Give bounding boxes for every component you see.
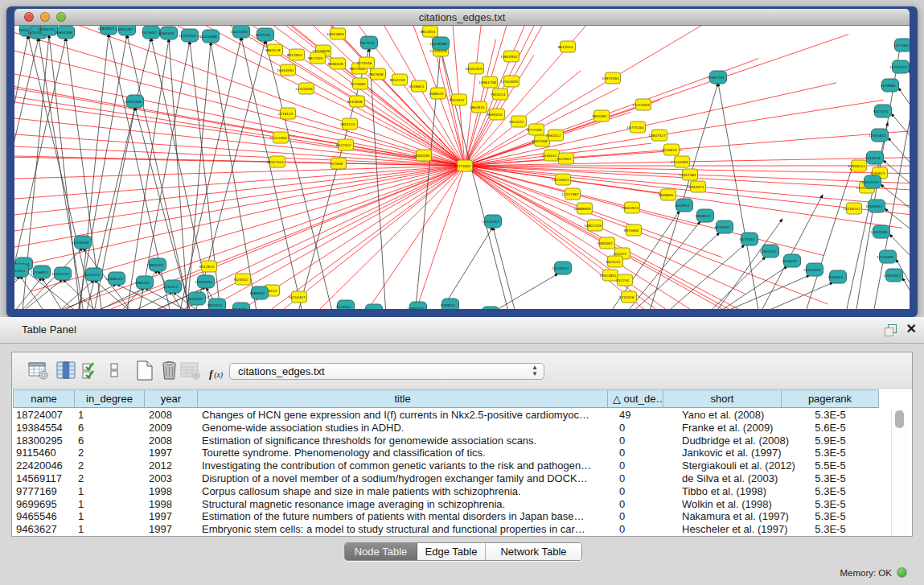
table-row[interactable]: 977716911998Corpus callosum shape and si…: [12, 485, 910, 498]
graph-edge-red[interactable]: [465, 35, 848, 166]
graph-node-label: 19055721: [38, 27, 55, 31]
graph-edge-red[interactable]: [465, 166, 824, 256]
graph-node-label: 1024502: [232, 307, 247, 309]
import-table-icon[interactable]: [179, 360, 201, 381]
table-row[interactable]: 1456911722003Disruption of a novel membe…: [12, 472, 910, 485]
graph-edge-black[interactable]: [847, 122, 888, 309]
column-header-year[interactable]: year: [145, 389, 198, 408]
graph-edge-red[interactable]: [14, 94, 465, 166]
table-row[interactable]: 946362711997Embryonic stem cells: a mode…: [12, 523, 910, 536]
graph-edge-black[interactable]: [891, 113, 910, 167]
graph-edge-red[interactable]: [417, 166, 465, 309]
graph-node-label: 1733426: [619, 295, 634, 299]
vertical-scrollbar[interactable]: [891, 409, 908, 536]
graph-edge-red[interactable]: [14, 166, 465, 199]
graph-edge-black[interactable]: [14, 248, 83, 309]
graph-edge-red[interactable]: [14, 74, 465, 166]
graph-edge-red[interactable]: [14, 166, 465, 267]
column-header-name[interactable]: name: [13, 389, 75, 408]
table-row[interactable]: 946554611997Estimation of the future num…: [12, 510, 910, 523]
graph-node-label: 8086402: [250, 291, 265, 295]
scrollbar-thumb[interactable]: [895, 410, 904, 428]
tab-node-table[interactable]: Node Table: [345, 543, 417, 560]
graph-edge-red[interactable]: [14, 166, 465, 247]
cell-5: Nakamura et al. (1997): [663, 510, 782, 523]
column-header-short[interactable]: short: [663, 389, 782, 408]
graph-node-label: 10240502: [195, 280, 212, 284]
graph-edge-black[interactable]: [265, 40, 333, 309]
graph-edge-red[interactable]: [368, 166, 465, 309]
column-header-title[interactable]: title: [198, 389, 608, 408]
graph-edge-red[interactable]: [465, 26, 483, 166]
graph-edge-black[interactable]: [241, 37, 303, 309]
graph-node-label: 9484067: [598, 241, 613, 245]
graph-edge-red[interactable]: [465, 166, 828, 304]
graph-edge-black[interactable]: [712, 275, 810, 309]
graph-edge-red[interactable]: [14, 166, 465, 215]
graph-edge-red[interactable]: [465, 166, 684, 309]
graph-edge-red[interactable]: [137, 26, 465, 166]
graph-edge-black[interactable]: [909, 69, 910, 129]
graph-node-label: 10595822: [865, 204, 883, 208]
table-settings-icon[interactable]: [27, 360, 49, 381]
cell-4: 0: [608, 472, 663, 485]
graph-edge-red[interactable]: [14, 166, 465, 179]
graph-edge-black[interactable]: [898, 88, 910, 144]
column-header-out_de[interactable]: △ out_de…: [608, 389, 663, 408]
tab-edge-table[interactable]: Edge Table: [417, 543, 486, 560]
graph-node-label: 8813054: [421, 30, 436, 34]
cell-2: 1997: [145, 510, 198, 523]
graph-edge-red[interactable]: [207, 166, 465, 309]
graph-node-label: 16221004: [230, 30, 248, 34]
graph-edge-red[interactable]: [14, 27, 465, 166]
graph-edge-red[interactable]: [320, 166, 465, 309]
graph-node-label: 9133441: [336, 305, 351, 309]
graph-node-label: 2718120: [278, 112, 294, 116]
table-column-icon[interactable]: [55, 360, 77, 381]
table-row[interactable]: 1938455462009Genome-wide association stu…: [12, 422, 910, 435]
table-row[interactable]: 911546021997Tourette syndrome. Phenomeno…: [12, 447, 910, 459]
float-panel-icon[interactable]: [885, 324, 897, 336]
graph-node-label: 1117364: [893, 43, 909, 47]
graph-edge-red[interactable]: [14, 89, 465, 166]
select-columns-icon[interactable]: [80, 360, 102, 381]
graph-node-label: 19218586: [429, 42, 447, 46]
table-row[interactable]: 969969511998Structural magnetic resonanc…: [12, 498, 910, 511]
graph-edge-black[interactable]: [883, 160, 910, 207]
graph-edge-black[interactable]: [14, 276, 20, 309]
table-panel-title: Table Panel: [22, 317, 76, 343]
graph-node-label: 9565012: [828, 275, 844, 279]
new-table-icon[interactable]: [133, 360, 155, 381]
graph-edge-black[interactable]: [902, 278, 910, 309]
row-height-icon[interactable]: [104, 360, 125, 381]
graph-node-label: 9789041: [441, 303, 456, 307]
column-header-pagerank[interactable]: pagerank: [782, 389, 879, 408]
graph-edge-red[interactable]: [465, 100, 883, 166]
table-row[interactable]: 1872400712008Changes of HCN gene express…: [12, 409, 910, 422]
graph-edge-black[interactable]: [50, 284, 117, 309]
graph-edge-black[interactable]: [704, 257, 766, 309]
graph-edge-red[interactable]: [14, 46, 465, 166]
window-titlebar[interactable]: citations_edges.txt: [14, 9, 910, 26]
network-canvas[interactable]: 1872400798601288912954182260589827503818…: [14, 26, 910, 309]
graph-node[interactable]: [483, 307, 499, 309]
network-table-select[interactable]: citations_edges.txt ▲▼: [229, 363, 544, 380]
graph-edge-black[interactable]: [369, 48, 386, 309]
graph-edge-red[interactable]: [372, 26, 465, 166]
graph-edge-red[interactable]: [14, 166, 465, 231]
graph-node-label: 9227341: [873, 109, 889, 113]
cell-4: 0: [608, 510, 663, 523]
graph-edge-black[interactable]: [807, 167, 852, 309]
tab-network-table[interactable]: Network Table: [486, 543, 581, 560]
close-panel-icon[interactable]: ✕: [906, 321, 917, 336]
graph-node-label: 1985201: [135, 281, 150, 285]
graph-edge-black[interactable]: [896, 259, 910, 309]
table-row[interactable]: 1830029562008Estimation of significance …: [12, 435, 910, 447]
graph-edge-black[interactable]: [14, 279, 63, 309]
table-row[interactable]: 2242004622012Investigating the contribut…: [12, 459, 910, 472]
graph-edge-black[interactable]: [436, 227, 493, 309]
graph-edge-black[interactable]: [473, 274, 558, 309]
function-builder-icon[interactable]: f(x): [208, 363, 230, 385]
delete-table-icon[interactable]: [158, 360, 180, 381]
column-header-in_degree[interactable]: in_degree: [75, 389, 145, 408]
